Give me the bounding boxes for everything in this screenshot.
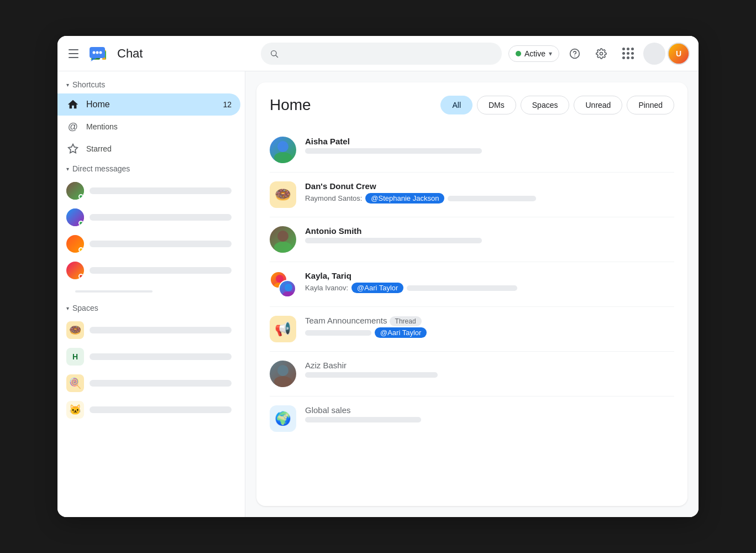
sidebar-item-mentions[interactable]: @ Mentions [57,116,240,138]
spaces-section-header[interactable]: ▾ Spaces [57,299,245,317]
chat-item-global-sales[interactable]: 🌍 Global sales [270,397,674,441]
space-preview-2 [90,353,232,360]
away-status-indicator [78,247,83,252]
svg-point-10 [575,55,575,56]
help-button[interactable] [564,43,586,65]
chat-name-aziz: Aziz Bashir [305,361,674,370]
online-status-indicator-2 [78,221,83,226]
dm-preview-1 [90,187,232,194]
chat-item-donut-crew[interactable]: 🍩 Dan's Donut Crew Raymond Santos: @Step… [270,173,674,217]
chat-item-aisha[interactable]: Aisha Patel [270,128,674,173]
busy-status-indicator [78,274,83,279]
dm-avatar-1 [66,182,84,200]
chat-info-aisha: Aisha Patel [305,137,674,154]
space-preview-1 [90,327,232,333]
shortcuts-label: Shortcuts [72,80,105,89]
chat-item-antonio[interactable]: Antonio Smith [270,217,674,262]
chat-preview-aziz [305,372,674,378]
preview-bar-global [305,417,421,422]
svg-point-20 [277,365,288,376]
chat-name-kayla-tariq: Kayla, Tariq [305,271,674,280]
space-preview-4 [90,406,232,413]
grid-icon [622,48,634,59]
filter-dms[interactable]: DMs [477,96,516,114]
space-item-4[interactable]: 🐱 [57,397,240,423]
header-left: Chat [66,45,254,62]
dm-section-header[interactable]: ▾ Direct messages [57,160,245,178]
svg-point-14 [277,231,288,242]
svg-point-6 [99,51,102,54]
header: Chat Active ▾ [57,36,699,71]
menu-button[interactable] [66,45,84,62]
chat-item-announcements[interactable]: 📢 Team Announcements Thread @Aari Taylor [270,307,674,352]
dm-avatar-3 [66,235,84,253]
chevron-down-icon-dm: ▾ [66,166,69,172]
svg-point-21 [274,376,292,387]
chat-info-announcements: Team Announcements Thread @Aari Taylor [305,316,674,338]
space-item-1[interactable]: 🍩 [57,317,240,343]
sidebar-item-home[interactable]: Home 12 [57,93,240,116]
svg-point-18 [285,284,292,291]
avatar-donut-crew: 🍩 [270,181,296,208]
dm-item-3[interactable] [57,231,240,257]
chevron-down-icon: ▾ [66,82,69,88]
svg-point-12 [277,141,288,152]
avatar-antonio [270,226,296,253]
filter-spaces[interactable]: Spaces [521,96,570,114]
dm-preview-2 [90,214,232,221]
chat-item-aziz[interactable]: Aziz Bashir [270,352,674,397]
home-header: Home All DMs Spaces Unread Pinned [270,96,674,114]
preview-sender-donut: Raymond Santos: [305,194,362,202]
svg-line-8 [276,55,278,58]
chevron-down-icon: ▾ [549,50,552,58]
active-status-button[interactable]: Active ▾ [508,45,559,62]
preview-bar-donut [448,196,536,201]
apps-button[interactable] [617,43,639,65]
shortcuts-section-header[interactable]: ▾ Shortcuts [57,76,245,93]
space-icon-1: 🍩 [66,321,84,339]
chat-name-global-sales: Global sales [305,405,674,415]
preview-bar-kayla [407,285,517,291]
space-icon-2: H [66,348,84,366]
spaces-label: Spaces [72,304,98,312]
dm-item-1[interactable] [57,178,240,204]
filter-unread[interactable]: Unread [574,96,622,114]
search-bar[interactable] [261,43,502,65]
chat-info-donut-crew: Dan's Donut Crew Raymond Santos: @Stepha… [305,181,674,204]
chat-preview-donut-crew: Raymond Santos: @Stephanie Jackson [305,193,674,204]
dm-label: Direct messages [72,164,130,173]
mention-chip-aari-2: @Aari Taylor [375,327,427,338]
main-content: Home All DMs Spaces Unread Pinned [245,71,699,517]
online-status-indicator [78,194,83,199]
user-avatar[interactable]: U [668,43,690,65]
svg-marker-3 [91,58,96,61]
svg-point-19 [282,291,295,298]
scroll-track [75,290,153,293]
dm-avatar-4 [66,262,84,279]
filter-pinned[interactable]: Pinned [627,96,674,114]
chat-preview-kayla-tariq: Kayla Ivanov: @Aari Taylor [305,283,674,293]
dm-item-4[interactable] [57,257,240,284]
filter-tabs: All DMs Spaces Unread Pinned [440,96,674,114]
settings-button[interactable] [590,43,612,65]
svg-point-13 [274,152,292,163]
chat-item-kayla-tariq[interactable]: Kayla, Tariq Kayla Ivanov: @Aari Taylor [270,262,674,307]
app-title: Chat [117,46,143,61]
space-item-3[interactable]: 🍭 [57,370,240,397]
sidebar-item-starred[interactable]: Starred [57,138,240,160]
search-input[interactable] [284,49,493,58]
home-container: Home All DMs Spaces Unread Pinned [256,82,687,506]
filter-all[interactable]: All [440,96,473,114]
avatar-kayla-tariq [270,271,296,298]
space-item-2[interactable]: H [57,343,240,370]
mention-chip-stephanie: @Stephanie Jackson [365,193,444,204]
main-layout: ▾ Shortcuts Home 12 @ Mentions [57,71,699,517]
chat-info-antonio: Antonio Smith [305,226,674,243]
chat-name-donut-crew: Dan's Donut Crew [305,181,674,191]
user-area[interactable]: U [643,43,690,65]
avatar-announcements: 📢 [270,316,296,342]
home-label: Home [86,100,212,109]
dm-item-2[interactable] [57,204,240,231]
preview-bar-aziz [305,372,438,378]
chat-info-aziz: Aziz Bashir [305,361,674,378]
